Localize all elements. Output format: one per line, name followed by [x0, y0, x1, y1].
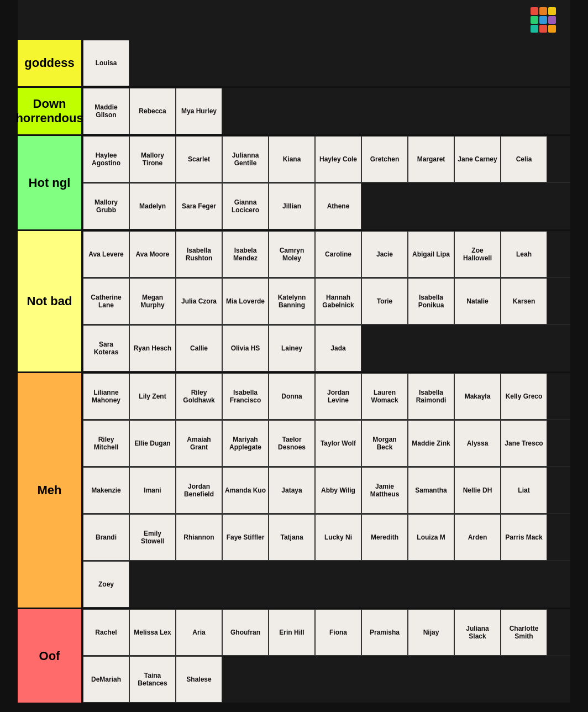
tier-card: Camryn Moley — [269, 231, 315, 278]
tier-card: Ava Levere — [83, 231, 129, 278]
tier-row-goddess-0: Louisa — [83, 40, 570, 86]
tier-card: Taylor Wolf — [315, 420, 361, 467]
tier-card: Charlotte Smith — [501, 609, 547, 656]
tier-card: Ryan Hesch — [129, 325, 176, 371]
tier-row-hot-ngl-0: Haylee AgostinoMallory TironeScarletJuli… — [83, 136, 570, 183]
tier-card: Mia Loverde — [222, 278, 269, 324]
tier-card: Leah — [501, 231, 547, 278]
tier-card: Makenzie — [83, 467, 129, 514]
filler-cell — [361, 325, 408, 371]
tier-card: Makayla — [454, 373, 501, 420]
tier-card: Isabella Ponikua — [408, 278, 454, 324]
tier-card: Nellie DH — [454, 467, 501, 514]
tier-container: goddessLouisaDown horrendousMaddie Gilso… — [18, 40, 570, 704]
filler-cell — [408, 325, 454, 371]
tier-card: Jataya — [269, 467, 315, 514]
filler-cell — [454, 325, 501, 371]
filler-cell — [361, 88, 408, 134]
tier-label-goddess: goddess — [18, 40, 83, 86]
tier-card: Rachel — [83, 609, 129, 656]
tier-label-not-bad: Not bad — [18, 231, 83, 371]
tier-row-meh-0: Lilianne MahoneyLily ZentRiley GoldhawkI… — [83, 373, 570, 420]
filler-cell — [408, 40, 454, 86]
tier-card: Caroline — [315, 231, 361, 278]
filler-cell — [408, 656, 454, 703]
tier-card: Jane Tresco — [501, 420, 547, 467]
tier-card: Imani — [129, 467, 176, 514]
tier-card: Pramisha — [361, 609, 408, 656]
tier-card: Catherine Lane — [83, 278, 129, 324]
tier-card: Hannah Gabelnick — [315, 278, 361, 324]
tier-card: Jane Carney — [454, 136, 501, 182]
tier-card: Lilianne Mahoney — [83, 373, 129, 420]
filler-cell — [454, 656, 501, 703]
tier-card: Taelor Desnoes — [269, 420, 315, 467]
tier-not-bad: Not badAva LevereAva MooreIsabella Rusht… — [18, 231, 570, 373]
tier-card: Morgan Beck — [361, 420, 408, 467]
filler-cell — [454, 88, 501, 134]
tier-card: Zoe Hallowell — [454, 231, 501, 278]
tier-card: Isabella Raimondi — [408, 373, 454, 420]
filler-cell — [315, 656, 361, 703]
tier-row-oof-1: DeMariahTaina BetancesShalese — [83, 656, 570, 703]
tier-card: Nijay — [408, 609, 454, 656]
tier-card: Meredith — [361, 514, 408, 561]
filler-cell — [222, 40, 269, 86]
tier-card: Rhiannon — [176, 514, 222, 561]
tier-card: Jordan Benefield — [176, 467, 222, 514]
tier-card: Jacie — [361, 231, 408, 278]
tier-card: Kelly Greco — [501, 373, 547, 420]
tier-card: Athene — [315, 183, 361, 229]
filler-cell — [269, 656, 315, 703]
filler-cell — [501, 561, 547, 608]
tier-card: Olivia HS — [222, 325, 269, 371]
tier-card: Gianna Locicero — [222, 183, 269, 229]
tier-card: Scarlet — [176, 136, 222, 182]
tier-card: Emily Stowell — [129, 514, 176, 561]
filler-cell — [501, 40, 547, 86]
tier-card: Julianna Gentile — [222, 136, 269, 182]
tier-card: Hayley Cole — [315, 136, 361, 182]
tier-card: Gretchen — [361, 136, 408, 182]
filler-cell — [129, 561, 176, 608]
tier-goddess: goddessLouisa — [18, 40, 570, 88]
logo-grid-icon — [531, 7, 556, 33]
tier-card: Zoey — [83, 561, 129, 608]
filler-cell — [501, 88, 547, 134]
filler-cell — [361, 656, 408, 703]
tier-card: Julia Czora — [176, 278, 222, 324]
tier-card: Isabella Rushton — [176, 231, 222, 278]
filler-cell — [269, 561, 315, 608]
tier-card: Isabela Mendez — [222, 231, 269, 278]
tier-card: Faye Stiffler — [222, 514, 269, 561]
tier-card: Jordan Levine — [315, 373, 361, 420]
filler-cell — [269, 88, 315, 134]
filler-cell — [269, 40, 315, 86]
filler-cell — [315, 88, 361, 134]
tier-card: Mya Hurley — [176, 88, 222, 134]
tier-card: Aria — [176, 609, 222, 656]
tier-down-horrendous: Down horrendousMaddie GilsonRebeccaMya H… — [18, 88, 570, 136]
tier-card: DeMariah — [83, 656, 129, 703]
tiermaker-wrapper: goddessLouisaDown horrendousMaddie Gilso… — [18, 0, 570, 704]
filler-cell — [222, 656, 269, 703]
tier-card: Mallory Tirone — [129, 136, 176, 182]
tier-row-down-horrendous-0: Maddie GilsonRebeccaMya Hurley — [83, 88, 570, 134]
tier-card: Riley Goldhawk — [176, 373, 222, 420]
tier-card: Ghoufran — [222, 609, 269, 656]
filler-cell — [129, 40, 176, 86]
tier-card: Taina Betances — [129, 656, 176, 703]
tier-oof: OofRachelMelissa LexAriaGhoufranErin Hil… — [18, 609, 570, 704]
tier-card: Samantha — [408, 467, 454, 514]
filler-cell — [361, 183, 408, 229]
tier-card: Erin Hill — [269, 609, 315, 656]
tier-card: Louiza M — [408, 514, 454, 561]
filler-cell — [176, 40, 222, 86]
tier-card: Karsen — [501, 278, 547, 324]
tier-card: Lainey — [269, 325, 315, 371]
tier-card: Melissa Lex — [129, 609, 176, 656]
tier-card: Maddie Zink — [408, 420, 454, 467]
tier-hot-ngl: Hot nglHaylee AgostinoMallory TironeScar… — [18, 136, 570, 231]
tier-card: Tatjana — [269, 514, 315, 561]
tier-label-hot-ngl: Hot ngl — [18, 136, 83, 229]
